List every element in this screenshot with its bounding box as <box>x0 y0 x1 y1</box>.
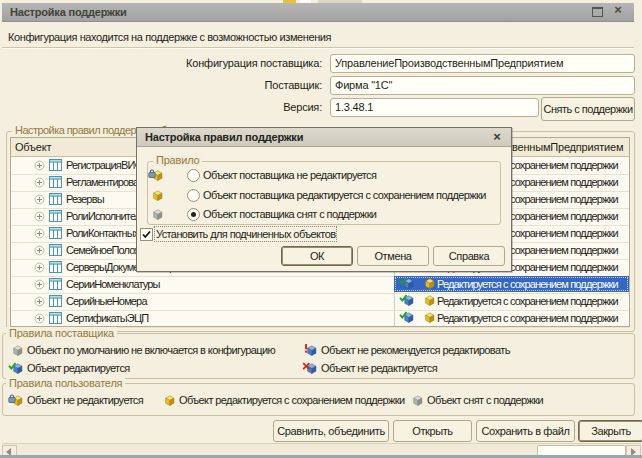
subordinate-checkbox[interactable] <box>140 228 153 241</box>
close-icon[interactable]: × <box>611 2 625 17</box>
window-titlebar[interactable]: Настройка поддержки <box>2 3 634 22</box>
cube-blue-check-icon <box>8 362 23 374</box>
support-status-message: Конфигурация находится на поддержке с во… <box>8 31 331 43</box>
dialog-button-ОК[interactable]: ОК <box>281 246 353 266</box>
footer-button-0[interactable]: Сравнить, объединить <box>273 420 389 442</box>
edited-with-support-icon <box>399 294 414 306</box>
rule-text: Редактируется с сохранением поддержки <box>437 312 618 324</box>
expand-icon[interactable] <box>34 177 45 188</box>
field-label-2: Версия: <box>0 101 322 113</box>
rule-option-label: Объект поставщика не редактируется <box>203 169 376 181</box>
supplier-rule-item-label: Объект по умолчанию не включается в конф… <box>27 344 275 356</box>
rule-option-label: Объект поставщика снят с поддержки <box>203 208 376 220</box>
expand-icon[interactable] <box>34 279 45 290</box>
expand-icon[interactable] <box>34 262 45 273</box>
cube-blue-exclaim-icon <box>302 344 317 356</box>
cube-blue-cross-icon <box>302 362 317 374</box>
table-row[interactable]: СертификатыЭЦПРедактируется с сохранение… <box>11 310 629 328</box>
expand-icon[interactable] <box>34 313 45 324</box>
field-value-0[interactable]: УправлениеПроизводственнымПредприятием <box>330 54 635 73</box>
radio-2[interactable] <box>187 208 200 221</box>
object-name: СерийныеНомера <box>66 295 147 307</box>
field-label-1: Поставщик: <box>0 79 322 91</box>
window-title: Настройка поддержки <box>10 6 127 18</box>
field-value-1[interactable]: Фирма "1С" <box>330 76 635 95</box>
cube-gray-icon <box>408 394 423 406</box>
dialog-title: Настройка правил поддержки <box>145 131 303 143</box>
cube-gray-icon <box>148 208 163 220</box>
object-name: СерииНоменклатуры <box>66 278 160 290</box>
catalog-icon <box>49 261 62 273</box>
user-rule-item-label: Объект не редактируется <box>27 394 143 406</box>
dialog-titlebar[interactable]: Настройка правил поддержки × <box>137 128 511 147</box>
catalog-icon <box>49 159 62 171</box>
table-row[interactable]: СерииНоменклатурыРедактируется с сохране… <box>11 276 629 294</box>
dialog-close-icon[interactable]: × <box>489 129 505 145</box>
rule-cell[interactable]: Редактируется с сохранением поддержки <box>394 293 629 309</box>
catalog-icon <box>49 278 62 290</box>
supplier-rules-title: Правила поставщика <box>6 327 117 339</box>
support-rules-dialog: Настройка правил поддержки × Правило Объ… <box>136 127 512 272</box>
footer-button-1[interactable]: Открыть <box>393 420 472 442</box>
subordinate-checkbox-label[interactable]: Установить для подчиненных объектов <box>156 228 335 240</box>
dialog-button-Отмена[interactable]: Отмена <box>357 246 429 266</box>
footer-button-3[interactable]: Закрыть <box>578 420 642 442</box>
catalog-icon <box>49 176 62 188</box>
edited-with-support-icon <box>399 277 414 289</box>
rule-option[interactable]: Объект поставщика редактируется с сохран… <box>137 189 511 203</box>
subordinate-checkbox-row[interactable]: Установить для подчиненных объектов <box>137 228 511 242</box>
rule-text: Редактируется с сохранением поддержки <box>437 295 618 307</box>
supplier-rule-item-label: Объект редактируется <box>27 362 130 374</box>
object-name: Резервы <box>66 193 104 205</box>
user-rules-title: Правила пользователя <box>6 377 125 389</box>
separator <box>2 47 634 49</box>
cube-yellow-lock-icon <box>8 394 23 406</box>
catalog-icon <box>49 312 62 324</box>
expand-icon[interactable] <box>34 245 45 256</box>
table-row[interactable]: СерийныеНомераРедактируется с сохранение… <box>11 293 629 311</box>
edited-with-support-icon <box>399 311 414 323</box>
catalog-icon <box>49 295 62 307</box>
dialog-button-Справка[interactable]: Справка <box>433 246 505 266</box>
supplier-rule-item-label: Объект не рекомендуется редактировать <box>321 344 510 356</box>
catalog-icon <box>49 210 62 222</box>
user-rule-item-label: Объект редактируется с сохранением подде… <box>179 394 405 406</box>
user-rule-icon <box>420 294 435 306</box>
user-rule-icon <box>420 277 435 289</box>
column-header-object[interactable]: Объект <box>15 141 51 153</box>
rule-text: Редактируется с сохранением поддержки <box>437 278 618 290</box>
remove-support-button[interactable]: Снять с поддержки <box>541 97 635 121</box>
field-label-0: Конфигурация поставщика: <box>0 57 322 69</box>
user-rule-item-label: Объект снят с поддержки <box>427 394 543 406</box>
expand-icon[interactable] <box>34 228 45 239</box>
maximize-icon[interactable] <box>592 7 603 17</box>
rule-cell[interactable]: Редактируется с сохранением поддержки <box>394 276 629 292</box>
footer-button-2[interactable]: Сохранить в файл <box>476 420 575 442</box>
field-value-2[interactable]: 1.3.48.1 <box>330 98 539 117</box>
radio-1[interactable] <box>187 189 200 202</box>
cube-gray-icon <box>8 344 23 356</box>
expand-icon[interactable] <box>34 160 45 171</box>
rule-cell[interactable]: Редактируется с сохранением поддержки <box>394 310 629 326</box>
catalog-icon <box>49 227 62 239</box>
cube-yellow-icon <box>148 189 163 201</box>
rule-option[interactable]: Объект поставщика снят с поддержки <box>137 208 511 222</box>
screen: Настройка поддержки × Конфигурация наход… <box>0 0 642 458</box>
radio-0[interactable] <box>187 169 200 182</box>
cube-yellow-icon <box>160 394 175 406</box>
user-rule-icon <box>420 311 435 323</box>
object-name: СертификатыЭЦП <box>66 312 148 324</box>
rule-option[interactable]: Объект поставщика не редактируется <box>137 169 511 183</box>
rule-option-label: Объект поставщика редактируется с сохран… <box>203 189 486 201</box>
expand-icon[interactable] <box>34 194 45 205</box>
catalog-icon <box>49 244 62 256</box>
catalog-icon <box>49 193 62 205</box>
expand-icon[interactable] <box>34 296 45 307</box>
supplier-rule-item-label: Объект не редактируется <box>321 362 437 374</box>
expand-icon[interactable] <box>34 211 45 222</box>
cube-yellow-lock-icon <box>148 169 163 181</box>
rule-group-title: Правило <box>153 154 202 166</box>
